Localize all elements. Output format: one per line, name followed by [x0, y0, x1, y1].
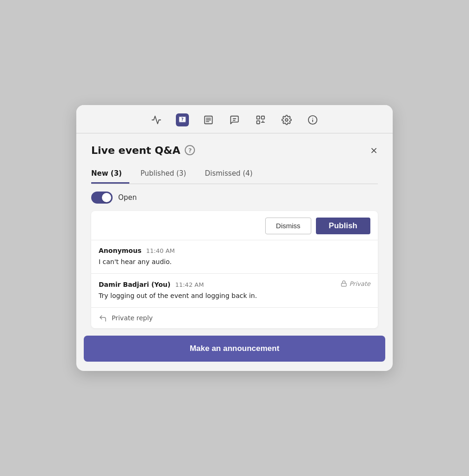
message-author-anonymous: Anonymous [99, 247, 141, 254]
toggle-label: Open [118, 193, 137, 202]
tab-divider [91, 184, 378, 184]
header-left: Live event Q&A ? [91, 145, 195, 156]
notes-icon[interactable] [202, 113, 215, 126]
add-apps-icon[interactable] [254, 113, 267, 126]
lock-icon [341, 280, 347, 287]
message-time-damir: 11:42 AM [175, 281, 204, 288]
private-badge: Private [341, 280, 370, 287]
publish-button[interactable]: Publish [316, 218, 370, 234]
panel: ? [76, 105, 393, 371]
qa-icon[interactable]: ? [176, 113, 189, 126]
main-content: Live event Q&A ? × New (3) Published (3)… [76, 133, 393, 329]
message-body-anonymous: I can't hear any audio. [99, 257, 370, 267]
message-time-anonymous: 11:40 AM [146, 247, 175, 254]
message-body-damir: Try logging out of the event and logging… [99, 291, 370, 301]
svg-text:?: ? [181, 116, 183, 121]
reply-label: Private reply [112, 314, 153, 322]
message-anonymous: Anonymous 11:40 AM I can't hear any audi… [91, 240, 378, 273]
tab-dismissed[interactable]: Dismissed (4) [197, 165, 260, 184]
reply-row[interactable]: Private reply [91, 308, 378, 328]
open-toggle[interactable] [91, 192, 113, 204]
message-damir: Damir Badjari (You) 11:42 AM Private Try… [91, 274, 378, 308]
settings-icon[interactable] [280, 113, 293, 126]
card-actions: Dismiss Publish [91, 211, 378, 240]
private-label: Private [349, 280, 370, 287]
reply-icon [99, 313, 107, 323]
toggle-thumb [102, 193, 111, 202]
qa-card: Dismiss Publish Anonymous 11:40 AM I can… [91, 211, 378, 329]
close-button[interactable]: × [370, 145, 378, 155]
toggle-row: Open [91, 192, 378, 204]
chat-icon[interactable] [228, 113, 241, 126]
page-title: Live event Q&A [91, 145, 180, 156]
toolbar: ? [76, 105, 393, 133]
help-icon[interactable]: ? [185, 145, 195, 155]
svg-rect-11 [257, 121, 260, 124]
svg-rect-10 [261, 116, 264, 119]
activity-icon[interactable] [150, 113, 163, 126]
dismiss-button[interactable]: Dismiss [265, 218, 311, 234]
header: Live event Q&A ? × [91, 145, 378, 156]
svg-rect-9 [257, 116, 260, 119]
message-header-anonymous: Anonymous 11:40 AM [99, 247, 370, 254]
info-icon[interactable] [306, 113, 319, 126]
message-author-damir: Damir Badjari (You) [99, 281, 170, 288]
tab-published[interactable]: Published (3) [133, 165, 194, 184]
message-header-damir: Damir Badjari (You) 11:42 AM Private [99, 280, 370, 289]
announcement-button[interactable]: Make an announcement [84, 336, 385, 362]
tabs: New (3) Published (3) Dismissed (4) [91, 165, 378, 184]
tab-new[interactable]: New (3) [91, 165, 129, 184]
svg-point-14 [285, 119, 288, 121]
svg-rect-18 [341, 284, 346, 286]
